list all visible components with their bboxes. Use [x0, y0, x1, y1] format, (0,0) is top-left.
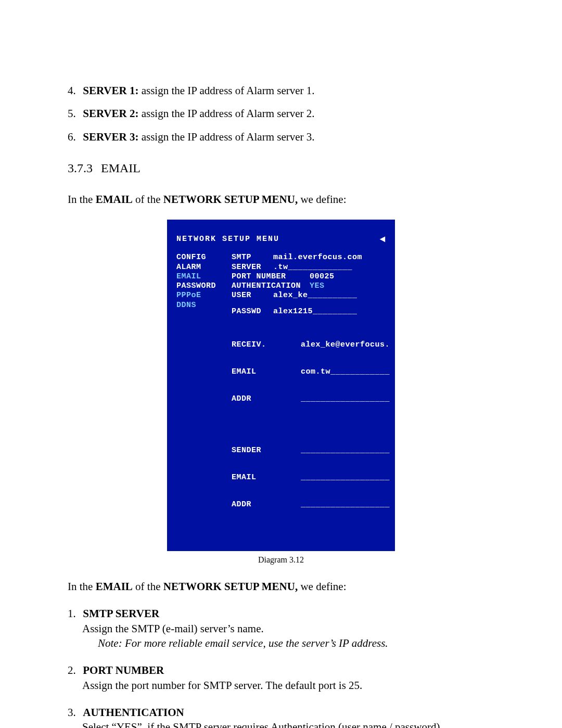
osd-spacer: [232, 316, 390, 323]
osd-menu-config: CONFIG: [176, 253, 221, 262]
osd-label: RECEIV. EMAIL ADDR: [232, 323, 301, 422]
definition-note: Note: For more reliable email service, u…: [98, 636, 494, 650]
osd-row-auth: AUTHENTICATION YES: [232, 282, 390, 290]
intro-text: we define:: [298, 193, 346, 206]
server-2-label: SERVER 2:: [83, 107, 138, 120]
osd-screenshot: NETWORK SETUP MENU ◄ CONFIG ALARM EMAIL …: [167, 220, 395, 552]
osd-fields: SMTP mail.everfocus.com SERVER .tw______…: [232, 253, 390, 527]
osd-value: .tw_____________: [273, 263, 390, 272]
osd-body: CONFIG ALARM EMAIL PASSWORD PPPoE DDNS S…: [176, 253, 386, 527]
osd-label-line: EMAIL: [232, 367, 301, 376]
osd-value: alex_ke__________: [273, 291, 390, 300]
document-page: 4. SERVER 1: assign the IP address of Al…: [0, 0, 562, 728]
intro-email-bold: EMAIL: [96, 193, 133, 206]
list-number: 3.: [68, 705, 80, 720]
osd-label-line: RECEIV.: [232, 340, 301, 349]
list-number: 2.: [68, 663, 80, 678]
list-number: 1.: [68, 606, 80, 621]
osd-menu-password: PASSWORD: [176, 282, 221, 290]
definition-desc: Assign the port number for SMTP server. …: [82, 678, 494, 693]
osd-value-line: __________________: [301, 446, 390, 455]
osd-menu-alarm: ALARM: [176, 263, 221, 272]
list-number: 6.: [68, 130, 80, 144]
osd-value-line: alex_ke@everfocus.: [301, 340, 390, 349]
definition-desc: Assign the SMTP (e-mail) server’s name.: [82, 621, 494, 636]
definition-item-port: 2. PORT NUMBER Assign the port number fo…: [68, 663, 494, 693]
osd-value: 00025: [310, 272, 390, 281]
osd-label-line: SENDER: [232, 446, 301, 455]
server-3-desc: assign the IP address of Alarm server 3.: [138, 131, 314, 143]
intro-menu-bold: NETWORK SETUP MENU,: [163, 580, 298, 593]
osd-screen: NETWORK SETUP MENU ◄ CONFIG ALARM EMAIL …: [167, 220, 395, 552]
osd-row-user: USER alex_ke__________: [232, 291, 390, 300]
osd-menu-pppoe: PPPoE: [176, 291, 221, 300]
osd-menu-ddns: DDNS: [176, 301, 221, 310]
osd-label: PORT NUMBER: [232, 272, 310, 281]
intro-text: In the: [68, 580, 96, 593]
definition-item-auth: 3. AUTHENTICATION Select “YES”, if the S…: [68, 705, 494, 728]
osd-label-line: EMAIL: [232, 473, 301, 482]
server-1-desc: assign the IP address of Alarm server 1.: [138, 84, 314, 97]
definition-list: 1. SMTP SERVER Assign the SMTP (e-mail) …: [68, 606, 494, 728]
osd-value-line: com.tw____________: [301, 367, 390, 376]
osd-label: SERVER: [232, 263, 273, 272]
server-1-label: SERVER 1:: [83, 84, 138, 97]
osd-spacer: [232, 301, 390, 307]
osd-spacer: [232, 422, 390, 428]
section-title: EMAIL: [101, 161, 140, 175]
osd-side-menu: CONFIG ALARM EMAIL PASSWORD PPPoE DDNS: [176, 253, 221, 527]
intro-menu-bold: NETWORK SETUP MENU,: [163, 193, 298, 206]
list-number: 4.: [68, 83, 80, 98]
section-heading: 3.7.3 EMAIL: [68, 160, 494, 176]
osd-title-row: NETWORK SETUP MENU ◄: [176, 234, 386, 245]
osd-label: SMTP: [232, 253, 273, 262]
osd-value: alex_ke@everfocus. com.tw____________ __…: [301, 323, 390, 422]
intro-text: of the: [133, 193, 163, 206]
osd-label-line: ADDR: [232, 394, 301, 403]
osd-label-line: ADDR: [232, 500, 301, 509]
osd-value-line: __________________: [301, 500, 390, 509]
osd-value: YES: [310, 282, 390, 290]
osd-value-line: __________________: [301, 394, 390, 403]
intro-text: of the: [133, 580, 163, 593]
diagram-caption: Diagram 3.12: [68, 554, 494, 566]
osd-label: PASSWD: [232, 307, 273, 316]
definition-item-smtp: 1. SMTP SERVER Assign the SMTP (e-mail) …: [68, 606, 494, 650]
osd-row-port: PORT NUMBER 00025: [232, 272, 390, 281]
osd-row-sender: SENDER EMAIL ADDR __________________ ___…: [232, 428, 390, 527]
back-arrow-icon: ◄: [380, 234, 386, 245]
section-number: 3.7.3: [68, 160, 93, 176]
osd-value: mail.everfocus.com: [273, 253, 390, 262]
osd-row-receiv: RECEIV. EMAIL ADDR alex_ke@everfocus. co…: [232, 323, 390, 422]
osd-value: __________________ __________________ __…: [301, 428, 390, 527]
osd-label: SENDER EMAIL ADDR: [232, 428, 301, 527]
definition-title: SMTP SERVER: [83, 607, 159, 620]
intro-text: In the: [68, 193, 96, 206]
definition-title: AUTHENTICATION: [83, 706, 184, 719]
osd-value: alex1215_________: [273, 307, 390, 316]
intro-text: we define:: [298, 580, 346, 593]
intro-email-bold: EMAIL: [96, 580, 133, 593]
server-item-2: 5. SERVER 2: assign the IP address of Al…: [68, 106, 494, 121]
definition-title: PORT NUMBER: [83, 664, 164, 676]
intro-paragraph-1: In the EMAIL of the NETWORK SETUP MENU, …: [68, 192, 494, 207]
osd-row-smtp1: SMTP mail.everfocus.com: [232, 253, 390, 262]
osd-label: AUTHENTICATION: [232, 282, 310, 290]
osd-menu-email: EMAIL: [176, 272, 221, 281]
server-list: 4. SERVER 1: assign the IP address of Al…: [68, 83, 494, 144]
definition-desc: Select “YES”, if the SMTP server require…: [82, 720, 494, 728]
server-2-desc: assign the IP address of Alarm server 2.: [138, 107, 314, 120]
osd-label: USER: [232, 291, 273, 300]
osd-row-passwd: PASSWD alex1215_________: [232, 307, 390, 316]
osd-row-smtp2: SERVER .tw_____________: [232, 263, 390, 272]
list-number: 5.: [68, 106, 80, 121]
server-item-3: 6. SERVER 3: assign the IP address of Al…: [68, 130, 494, 144]
server-item-1: 4. SERVER 1: assign the IP address of Al…: [68, 83, 494, 98]
osd-title: NETWORK SETUP MENU: [176, 235, 279, 244]
osd-value-line: __________________: [301, 473, 390, 482]
server-3-label: SERVER 3:: [83, 131, 138, 143]
intro-paragraph-2: In the EMAIL of the NETWORK SETUP MENU, …: [68, 579, 494, 594]
